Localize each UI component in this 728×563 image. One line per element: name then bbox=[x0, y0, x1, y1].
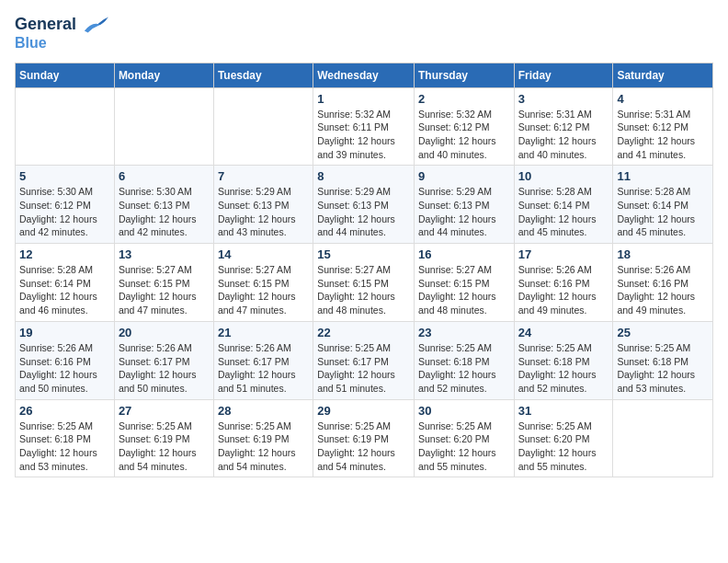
day-info: Sunrise: 5:26 AM Sunset: 6:16 PM Dayligh… bbox=[617, 263, 709, 317]
day-info: Sunrise: 5:25 AM Sunset: 6:18 PM Dayligh… bbox=[617, 341, 709, 396]
day-number: 24 bbox=[518, 326, 609, 339]
calendar-header-row: SundayMondayTuesdayWednesdayThursdayFrid… bbox=[16, 63, 713, 87]
calendar-cell: 14Sunrise: 5:27 AM Sunset: 6:15 PM Dayli… bbox=[213, 244, 313, 322]
day-info: Sunrise: 5:28 AM Sunset: 6:14 PM Dayligh… bbox=[19, 263, 110, 317]
calendar-cell: 27Sunrise: 5:25 AM Sunset: 6:19 PM Dayli… bbox=[114, 399, 213, 477]
day-info: Sunrise: 5:26 AM Sunset: 6:16 PM Dayligh… bbox=[19, 341, 110, 396]
day-number: 19 bbox=[19, 326, 110, 339]
calendar-cell: 23Sunrise: 5:25 AM Sunset: 6:18 PM Dayli… bbox=[414, 321, 514, 399]
calendar-cell: 31Sunrise: 5:25 AM Sunset: 6:20 PM Dayli… bbox=[514, 399, 613, 477]
column-header-sunday: Sunday bbox=[16, 63, 115, 87]
calendar-cell: 19Sunrise: 5:26 AM Sunset: 6:16 PM Dayli… bbox=[16, 321, 115, 399]
day-info: Sunrise: 5:30 AM Sunset: 6:13 PM Dayligh… bbox=[119, 185, 210, 239]
day-number: 21 bbox=[218, 326, 309, 339]
day-info: Sunrise: 5:31 AM Sunset: 6:12 PM Dayligh… bbox=[518, 108, 609, 162]
day-info: Sunrise: 5:25 AM Sunset: 6:20 PM Dayligh… bbox=[418, 419, 510, 474]
day-number: 26 bbox=[19, 404, 110, 418]
day-number: 9 bbox=[418, 169, 510, 183]
day-number: 12 bbox=[19, 247, 110, 261]
day-info: Sunrise: 5:29 AM Sunset: 6:13 PM Dayligh… bbox=[418, 185, 510, 239]
calendar-cell: 7Sunrise: 5:29 AM Sunset: 6:13 PM Daylig… bbox=[213, 166, 313, 244]
page-header: General Blue bbox=[15, 15, 713, 52]
calendar-cell: 4Sunrise: 5:31 AM Sunset: 6:12 PM Daylig… bbox=[613, 87, 713, 166]
day-number: 14 bbox=[218, 247, 309, 261]
day-number: 18 bbox=[617, 247, 709, 261]
calendar-cell bbox=[114, 87, 213, 166]
calendar-cell: 10Sunrise: 5:28 AM Sunset: 6:14 PM Dayli… bbox=[514, 166, 613, 244]
calendar-cell: 17Sunrise: 5:26 AM Sunset: 6:16 PM Dayli… bbox=[514, 244, 613, 322]
day-number: 7 bbox=[218, 169, 309, 183]
day-number: 25 bbox=[617, 326, 709, 339]
day-info: Sunrise: 5:28 AM Sunset: 6:14 PM Dayligh… bbox=[617, 185, 709, 239]
day-info: Sunrise: 5:27 AM Sunset: 6:15 PM Dayligh… bbox=[317, 263, 410, 317]
day-number: 2 bbox=[418, 92, 510, 106]
calendar-cell: 16Sunrise: 5:27 AM Sunset: 6:15 PM Dayli… bbox=[414, 244, 514, 322]
column-header-friday: Friday bbox=[514, 63, 613, 87]
day-number: 5 bbox=[19, 169, 110, 183]
calendar-cell: 20Sunrise: 5:26 AM Sunset: 6:17 PM Dayli… bbox=[114, 321, 213, 399]
day-number: 1 bbox=[317, 92, 410, 106]
calendar-cell: 5Sunrise: 5:30 AM Sunset: 6:12 PM Daylig… bbox=[16, 166, 115, 244]
calendar-week-row: 26Sunrise: 5:25 AM Sunset: 6:18 PM Dayli… bbox=[16, 399, 713, 477]
day-number: 13 bbox=[119, 247, 210, 261]
calendar-cell: 25Sunrise: 5:25 AM Sunset: 6:18 PM Dayli… bbox=[613, 321, 713, 399]
calendar-week-row: 5Sunrise: 5:30 AM Sunset: 6:12 PM Daylig… bbox=[16, 166, 713, 244]
calendar-cell: 29Sunrise: 5:25 AM Sunset: 6:19 PM Dayli… bbox=[313, 399, 415, 477]
day-info: Sunrise: 5:29 AM Sunset: 6:13 PM Dayligh… bbox=[317, 185, 410, 239]
calendar-cell: 13Sunrise: 5:27 AM Sunset: 6:15 PM Dayli… bbox=[114, 244, 213, 322]
calendar-cell: 3Sunrise: 5:31 AM Sunset: 6:12 PM Daylig… bbox=[514, 87, 613, 166]
day-info: Sunrise: 5:27 AM Sunset: 6:15 PM Dayligh… bbox=[218, 263, 309, 317]
calendar-cell: 18Sunrise: 5:26 AM Sunset: 6:16 PM Dayli… bbox=[613, 244, 713, 322]
calendar-cell: 12Sunrise: 5:28 AM Sunset: 6:14 PM Dayli… bbox=[16, 244, 115, 322]
day-number: 4 bbox=[617, 92, 709, 106]
calendar-week-row: 1Sunrise: 5:32 AM Sunset: 6:11 PM Daylig… bbox=[16, 87, 713, 166]
calendar-cell bbox=[16, 87, 115, 166]
logo: General Blue bbox=[15, 15, 108, 52]
column-header-thursday: Thursday bbox=[414, 63, 514, 87]
day-number: 16 bbox=[418, 247, 510, 261]
day-number: 20 bbox=[119, 326, 210, 339]
day-info: Sunrise: 5:26 AM Sunset: 6:16 PM Dayligh… bbox=[518, 263, 609, 317]
day-number: 22 bbox=[317, 326, 410, 339]
logo-text: General Blue bbox=[15, 15, 108, 52]
day-info: Sunrise: 5:26 AM Sunset: 6:17 PM Dayligh… bbox=[218, 341, 309, 396]
calendar-cell bbox=[613, 399, 713, 477]
calendar-cell: 1Sunrise: 5:32 AM Sunset: 6:11 PM Daylig… bbox=[313, 87, 415, 166]
day-info: Sunrise: 5:25 AM Sunset: 6:18 PM Dayligh… bbox=[518, 341, 609, 396]
calendar-cell bbox=[213, 87, 313, 166]
day-info: Sunrise: 5:28 AM Sunset: 6:14 PM Dayligh… bbox=[518, 185, 609, 239]
day-number: 10 bbox=[518, 169, 609, 183]
calendar-cell: 9Sunrise: 5:29 AM Sunset: 6:13 PM Daylig… bbox=[414, 166, 514, 244]
calendar-week-row: 12Sunrise: 5:28 AM Sunset: 6:14 PM Dayli… bbox=[16, 244, 713, 322]
day-number: 31 bbox=[518, 404, 609, 418]
day-info: Sunrise: 5:27 AM Sunset: 6:15 PM Dayligh… bbox=[418, 263, 510, 317]
day-info: Sunrise: 5:25 AM Sunset: 6:19 PM Dayligh… bbox=[119, 419, 210, 474]
calendar-week-row: 19Sunrise: 5:26 AM Sunset: 6:16 PM Dayli… bbox=[16, 321, 713, 399]
day-info: Sunrise: 5:25 AM Sunset: 6:19 PM Dayligh… bbox=[218, 419, 309, 474]
day-number: 28 bbox=[218, 404, 309, 418]
calendar-cell: 28Sunrise: 5:25 AM Sunset: 6:19 PM Dayli… bbox=[213, 399, 313, 477]
day-info: Sunrise: 5:27 AM Sunset: 6:15 PM Dayligh… bbox=[119, 263, 210, 317]
day-info: Sunrise: 5:25 AM Sunset: 6:18 PM Dayligh… bbox=[418, 341, 510, 396]
calendar-cell: 26Sunrise: 5:25 AM Sunset: 6:18 PM Dayli… bbox=[16, 399, 115, 477]
day-number: 27 bbox=[119, 404, 210, 418]
logo-blue: Blue bbox=[15, 35, 108, 52]
day-info: Sunrise: 5:25 AM Sunset: 6:19 PM Dayligh… bbox=[317, 419, 410, 474]
day-info: Sunrise: 5:25 AM Sunset: 6:17 PM Dayligh… bbox=[317, 341, 410, 396]
day-info: Sunrise: 5:29 AM Sunset: 6:13 PM Dayligh… bbox=[218, 185, 309, 239]
day-info: Sunrise: 5:32 AM Sunset: 6:12 PM Dayligh… bbox=[418, 108, 510, 162]
calendar-cell: 8Sunrise: 5:29 AM Sunset: 6:13 PM Daylig… bbox=[313, 166, 415, 244]
day-number: 23 bbox=[418, 326, 510, 339]
day-number: 30 bbox=[418, 404, 510, 418]
day-number: 29 bbox=[317, 404, 410, 418]
column-header-tuesday: Tuesday bbox=[213, 63, 313, 87]
calendar-table: SundayMondayTuesdayWednesdayThursdayFrid… bbox=[15, 63, 713, 478]
day-number: 15 bbox=[317, 247, 410, 261]
column-header-wednesday: Wednesday bbox=[313, 63, 415, 87]
day-info: Sunrise: 5:26 AM Sunset: 6:17 PM Dayligh… bbox=[119, 341, 210, 396]
day-number: 17 bbox=[518, 247, 609, 261]
day-number: 11 bbox=[617, 169, 709, 183]
calendar-cell: 30Sunrise: 5:25 AM Sunset: 6:20 PM Dayli… bbox=[414, 399, 514, 477]
calendar-cell: 15Sunrise: 5:27 AM Sunset: 6:15 PM Dayli… bbox=[313, 244, 415, 322]
day-info: Sunrise: 5:30 AM Sunset: 6:12 PM Dayligh… bbox=[19, 185, 110, 239]
